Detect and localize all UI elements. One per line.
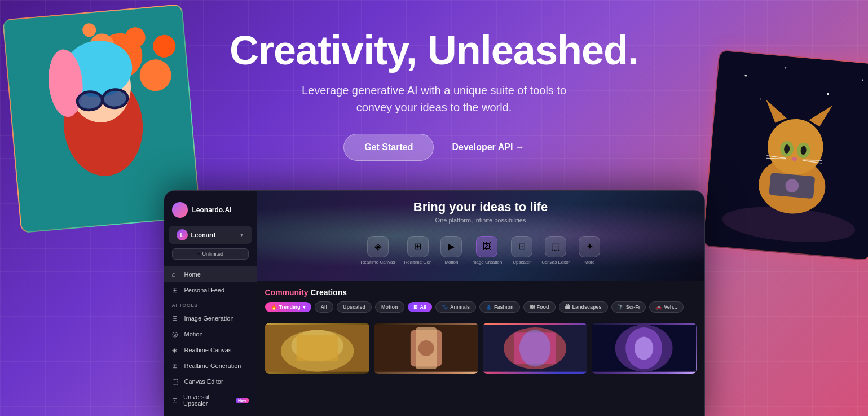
hero-buttons: Get Started Developer API → bbox=[343, 134, 525, 161]
community-image-1[interactable] bbox=[265, 323, 369, 374]
sidebar-item-storyboards[interactable]: ⊡ Storyboards New bbox=[164, 411, 257, 416]
infinity-icon: ∞ bbox=[197, 252, 200, 257]
user-avatar: L bbox=[177, 229, 188, 240]
vehicles-icon: 🚗 bbox=[655, 304, 662, 310]
image-creation-icon: 🖼 bbox=[476, 236, 497, 257]
get-started-button[interactable]: Get Started bbox=[343, 134, 434, 161]
dev-api-button[interactable]: Developer API → bbox=[452, 142, 524, 152]
community-section: Community Creations 🔥 Trending ▾ All Ups… bbox=[257, 281, 704, 317]
tool-motion[interactable]: ▶ Motion bbox=[440, 236, 462, 265]
upscaler-tool-icon: ⊡ bbox=[511, 236, 532, 257]
app-hero-banner: Bring your ideas to life One platform, i… bbox=[257, 191, 704, 281]
realtime-canvas-icon: ◈ bbox=[367, 236, 389, 257]
community-image-4[interactable] bbox=[592, 323, 696, 374]
sidebar-home-label: Home bbox=[184, 271, 201, 278]
filter-animals[interactable]: 🐾 Animals bbox=[435, 301, 476, 313]
sidebar-rt-gen-label: Realtime Generation bbox=[184, 362, 241, 369]
sidebar-upscaler-label: Universal Upscaler bbox=[183, 393, 230, 407]
motion-icon: ◎ bbox=[172, 330, 180, 338]
unlimited-badge: ∞ Unlimited bbox=[172, 248, 249, 260]
tool-upscaler[interactable]: ⊡ Upscaler bbox=[511, 236, 532, 265]
svg-point-50 bbox=[519, 330, 551, 367]
tool-realtime-gen[interactable]: ⊞ Realtime Gen bbox=[404, 236, 432, 265]
grid-icon: ⊞ bbox=[172, 286, 180, 294]
tool-canvas-editor[interactable]: ⬚ Canvas Editor bbox=[541, 236, 570, 265]
hero-title: Creativity, Unleashed. bbox=[230, 28, 638, 73]
image-grid bbox=[257, 317, 704, 379]
community-image-2[interactable] bbox=[374, 323, 478, 374]
tool-more[interactable]: ✦ More bbox=[579, 236, 600, 265]
sidebar-logo: Leonardo.Ai bbox=[164, 198, 257, 226]
tools-row: ◈ Realtime Canvas ⊞ Realtime Gen ▶ Motio… bbox=[353, 228, 609, 273]
home-icon: ⌂ bbox=[172, 270, 180, 278]
canvas-editor-icon: ⬚ bbox=[172, 378, 180, 386]
badge-label: Unlimited bbox=[202, 251, 224, 257]
motion-tool-icon: ▶ bbox=[440, 236, 462, 257]
sidebar-canvas-label: Realtime Canvas bbox=[184, 347, 232, 353]
filter-fashion[interactable]: 👗 Fashion bbox=[479, 301, 520, 313]
realtime-gen-tool-icon: ⊞ bbox=[407, 236, 429, 257]
filter-row: 🔥 Trending ▾ All Upscaled Motion ⊞ All bbox=[265, 301, 697, 313]
upscaler-icon: ⊡ bbox=[172, 396, 179, 404]
svg-point-54 bbox=[635, 337, 653, 360]
filter-food[interactable]: 🍽 Food bbox=[523, 301, 556, 313]
more-tool-icon: ✦ bbox=[579, 236, 600, 257]
food-icon: 🍽 bbox=[530, 304, 535, 310]
logo-icon bbox=[172, 202, 188, 218]
user-name: Leonard bbox=[191, 231, 236, 238]
ai-tools-section: AI Tools bbox=[164, 298, 257, 310]
sidebar-item-upscaler[interactable]: ⊡ Universal Upscaler New bbox=[164, 389, 257, 411]
filter-all-active[interactable]: ⊞ All bbox=[408, 302, 433, 312]
app-banner-subtitle: One platform, infinite possibilities bbox=[435, 217, 526, 224]
right-hero-image bbox=[702, 50, 868, 261]
chevron-down-icon: ▼ bbox=[240, 233, 244, 238]
fire-icon: 🔥 bbox=[271, 304, 277, 310]
sidebar-item-home[interactable]: ⌂ Home bbox=[164, 266, 257, 282]
animals-icon: 🐾 bbox=[442, 304, 448, 310]
hero-subtitle: Leverage generative AI with a unique sui… bbox=[302, 82, 566, 116]
sidebar-user[interactable]: L Leonard ▼ bbox=[169, 226, 252, 244]
svg-rect-42 bbox=[296, 335, 338, 361]
main-content: Bring your ideas to life One platform, i… bbox=[257, 191, 704, 416]
sidebar-item-realtime-canvas[interactable]: ◈ Realtime Canvas bbox=[164, 342, 257, 358]
sidebar-item-canvas-editor[interactable]: ⬚ Canvas Editor bbox=[164, 374, 257, 389]
filter-upscaled[interactable]: Upscaled bbox=[337, 301, 372, 313]
image-gen-icon: ⊟ bbox=[172, 314, 180, 322]
new-badge-upscaler: New bbox=[236, 398, 248, 403]
filter-vehicles[interactable]: 🚗 Veh... bbox=[649, 301, 684, 313]
sidebar-feed-label: Personal Feed bbox=[184, 287, 225, 294]
canvas-icon: ◈ bbox=[172, 346, 180, 354]
sidebar-item-image-generation[interactable]: ⊟ Image Generation bbox=[164, 310, 257, 326]
tool-image-creation[interactable]: 🖼 Image Creation bbox=[471, 236, 502, 265]
sidebar: Leonardo.Ai L Leonard ▼ ∞ Unlimited ⌂ Ho… bbox=[164, 191, 257, 416]
sidebar-img-gen-label: Image Generation bbox=[184, 315, 234, 322]
community-image-3[interactable] bbox=[483, 323, 587, 374]
sidebar-item-personal-feed[interactable]: ⊞ Personal Feed bbox=[164, 282, 257, 298]
community-title: Community Creations bbox=[265, 288, 697, 297]
filter-motion[interactable]: Motion bbox=[375, 301, 404, 313]
sidebar-item-motion[interactable]: ◎ Motion bbox=[164, 326, 257, 342]
logo-text: Leonardo.Ai bbox=[192, 206, 232, 214]
tool-realtime-canvas[interactable]: ◈ Realtime Canvas bbox=[361, 236, 395, 265]
scifi-icon: 🔭 bbox=[618, 304, 624, 310]
filter-all[interactable]: All bbox=[315, 301, 334, 313]
app-banner-title: Bring your ideas to life bbox=[413, 200, 548, 214]
filter-trending[interactable]: 🔥 Trending ▾ bbox=[265, 302, 311, 312]
community-normal: Creations bbox=[310, 288, 347, 297]
landscapes-icon: 🏔 bbox=[565, 304, 570, 310]
app-mockup: Leonardo.Ai L Leonard ▼ ∞ Unlimited ⌂ Ho… bbox=[164, 190, 705, 416]
filter-scifi[interactable]: 🔭 Sci-Fi bbox=[611, 301, 646, 313]
svg-point-46 bbox=[418, 340, 434, 356]
sidebar-motion-label: Motion bbox=[184, 331, 203, 338]
sidebar-canvas-ed-label: Canvas Editor bbox=[184, 378, 223, 385]
canvas-editor-tool-icon: ⬚ bbox=[545, 236, 566, 257]
community-highlight: Community bbox=[265, 288, 309, 297]
sidebar-item-realtime-gen[interactable]: ⊞ Realtime Generation bbox=[164, 358, 257, 374]
realtime-gen-icon: ⊞ bbox=[172, 362, 180, 370]
dropdown-icon: ▾ bbox=[303, 304, 306, 310]
fashion-icon: 👗 bbox=[486, 304, 492, 310]
filter-landscapes[interactable]: 🏔 Landscapes bbox=[559, 301, 608, 313]
